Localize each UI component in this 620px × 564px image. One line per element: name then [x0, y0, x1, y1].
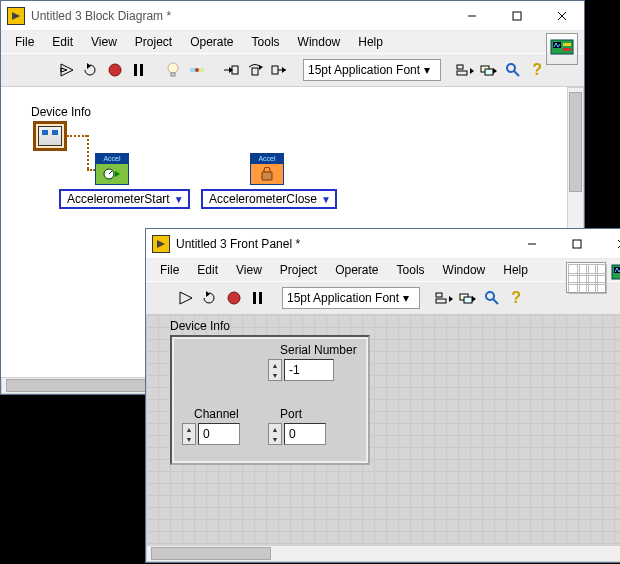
- accelerometer-close-vi[interactable]: Accel CLOSE: [250, 153, 284, 185]
- serial-number-control[interactable]: ▲ ▼ -1: [268, 359, 334, 381]
- menu-file[interactable]: File: [7, 33, 42, 51]
- abort-button[interactable]: [224, 288, 244, 308]
- decrement-button[interactable]: ▼: [269, 434, 281, 444]
- menu-tools[interactable]: Tools: [389, 261, 433, 279]
- increment-button[interactable]: ▲: [269, 424, 281, 434]
- increment-button[interactable]: ▲: [183, 424, 195, 434]
- menu-view[interactable]: View: [228, 261, 270, 279]
- device-info-cluster[interactable]: Serial Number ▲ ▼ -1 Channel ▲ ▼ 0: [170, 335, 370, 465]
- pause-button[interactable]: [129, 60, 149, 80]
- highlight-exec-button[interactable]: [163, 60, 183, 80]
- maximize-button[interactable]: [554, 229, 599, 259]
- reorder-button[interactable]: [458, 288, 478, 308]
- menu-view[interactable]: View: [83, 33, 125, 51]
- step-over-button[interactable]: [245, 60, 265, 80]
- svg-line-33: [514, 71, 519, 76]
- chevron-down-icon: ▼: [321, 194, 331, 205]
- accelerometer-close-selector[interactable]: AccelerometerClose ▼: [201, 189, 337, 209]
- menu-edit[interactable]: Edit: [44, 33, 81, 51]
- cluster-wire[interactable]: [67, 135, 87, 137]
- reorder-button[interactable]: [479, 60, 499, 80]
- menubar: File Edit View Project Operate Tools Win…: [1, 31, 584, 53]
- vi-icon[interactable]: 3: [610, 261, 620, 293]
- menu-operate[interactable]: Operate: [327, 261, 386, 279]
- pause-button[interactable]: [248, 288, 268, 308]
- port-control[interactable]: ▲ ▼ 0: [268, 423, 326, 445]
- svg-marker-25: [282, 67, 286, 73]
- run-continuous-button[interactable]: [200, 288, 220, 308]
- svg-marker-38: [157, 240, 165, 248]
- serial-number-field[interactable]: -1: [284, 359, 334, 381]
- svg-rect-49: [253, 292, 256, 304]
- scrollbar-thumb[interactable]: [151, 547, 271, 560]
- spinner[interactable]: ▲ ▼: [182, 423, 196, 445]
- increment-button[interactable]: ▲: [269, 360, 281, 370]
- spinner[interactable]: ▲ ▼: [268, 423, 282, 445]
- minimize-button[interactable]: [449, 1, 494, 31]
- close-button[interactable]: [539, 1, 584, 31]
- device-info-cluster-terminal[interactable]: [33, 121, 67, 151]
- scrollbar-thumb[interactable]: [6, 379, 156, 392]
- chevron-down-icon: ▾: [403, 291, 415, 305]
- cleanup-button[interactable]: [503, 60, 523, 80]
- context-help-button[interactable]: ?: [506, 288, 526, 308]
- decrement-button[interactable]: ▼: [269, 370, 281, 380]
- menu-window[interactable]: Window: [435, 261, 494, 279]
- front-panel-canvas[interactable]: Device Info Serial Number ▲ ▼ -1 Channel…: [146, 315, 620, 562]
- context-help-button[interactable]: ?: [527, 60, 547, 80]
- menu-help[interactable]: Help: [495, 261, 536, 279]
- svg-rect-52: [436, 299, 446, 303]
- accelerometer-start-vi[interactable]: Accel Start: [95, 153, 129, 185]
- svg-point-32: [507, 64, 515, 72]
- step-out-button[interactable]: [269, 60, 289, 80]
- font-selector[interactable]: 15pt Application Font ▾: [282, 287, 420, 309]
- abort-button[interactable]: [105, 60, 125, 80]
- svg-rect-2: [513, 12, 521, 20]
- run-button[interactable]: [176, 288, 196, 308]
- align-button[interactable]: [455, 60, 475, 80]
- cluster-wire-h2[interactable]: [87, 169, 95, 171]
- run-button[interactable]: [57, 60, 77, 80]
- svg-rect-18: [232, 66, 238, 74]
- svg-rect-21: [252, 68, 258, 75]
- svg-rect-40: [573, 240, 581, 248]
- retain-wire-button[interactable]: [187, 60, 207, 80]
- menu-edit[interactable]: Edit: [189, 261, 226, 279]
- menu-file[interactable]: File: [152, 261, 187, 279]
- close-button[interactable]: [599, 229, 620, 259]
- font-selector[interactable]: 15pt Application Font ▾: [303, 59, 441, 81]
- step-into-button[interactable]: [221, 60, 241, 80]
- menu-operate[interactable]: Operate: [182, 33, 241, 51]
- search-button[interactable]: [482, 288, 502, 308]
- port-field[interactable]: 0: [284, 423, 326, 445]
- spinner[interactable]: ▲ ▼: [268, 359, 282, 381]
- cluster-wire-v[interactable]: [87, 135, 89, 169]
- vi-icon[interactable]: [546, 33, 578, 65]
- accelerometer-start-selector[interactable]: AccelerometerStart ▼: [59, 189, 190, 209]
- channel-control[interactable]: ▲ ▼ 0: [182, 423, 240, 445]
- titlebar[interactable]: Untitled 3 Block Diagram *: [1, 1, 584, 31]
- svg-point-48: [228, 292, 240, 304]
- menu-tools[interactable]: Tools: [244, 33, 288, 51]
- connector-pane[interactable]: [566, 262, 606, 293]
- menu-project[interactable]: Project: [272, 261, 325, 279]
- menu-project[interactable]: Project: [127, 33, 180, 51]
- minimize-button[interactable]: [509, 229, 554, 259]
- scrollbar-thumb[interactable]: [569, 92, 582, 192]
- svg-marker-36: [115, 171, 120, 177]
- decrement-button[interactable]: ▼: [183, 434, 195, 444]
- menu-help[interactable]: Help: [350, 33, 391, 51]
- svg-rect-55: [464, 297, 472, 303]
- selector-text: AccelerometerClose: [209, 192, 317, 206]
- horizontal-scrollbar[interactable]: [146, 545, 620, 562]
- window-title: Untitled 3 Front Panel *: [176, 237, 300, 251]
- menu-window[interactable]: Window: [290, 33, 349, 51]
- channel-field[interactable]: 0: [198, 423, 240, 445]
- toolbar: 15pt Application Font ▾ ?: [146, 281, 620, 315]
- chevron-down-icon: ▼: [174, 194, 184, 205]
- connector-pane-area: 3: [566, 261, 620, 293]
- titlebar[interactable]: Untitled 3 Front Panel *: [146, 229, 620, 259]
- align-button[interactable]: [434, 288, 454, 308]
- maximize-button[interactable]: [494, 1, 539, 31]
- run-continuous-button[interactable]: [81, 60, 101, 80]
